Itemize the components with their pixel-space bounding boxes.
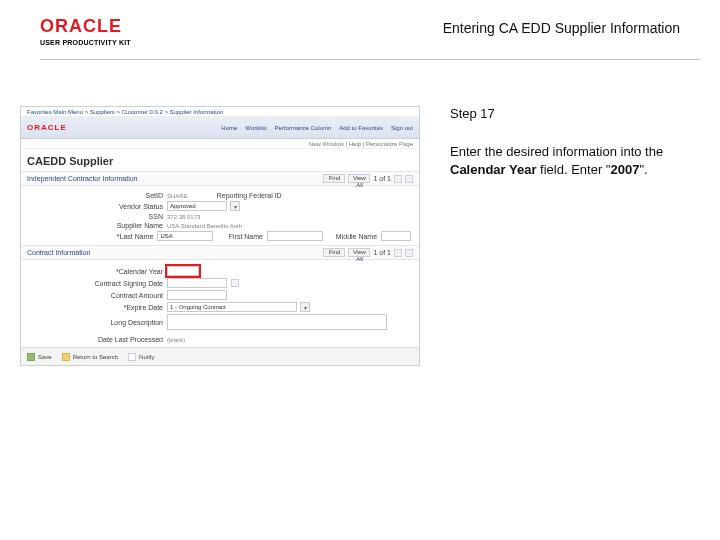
last-name-label: *Last Name xyxy=(45,233,153,240)
setid-label: SetID xyxy=(45,192,163,199)
return-icon xyxy=(62,353,70,361)
page-title: Entering CA EDD Supplier Information xyxy=(443,20,680,36)
instr-field-name: Calendar Year xyxy=(450,162,536,177)
nav-tab-worklist[interactable]: Worklist xyxy=(245,125,266,131)
nav-tabs: Home Worklist Performance Column Add to … xyxy=(221,125,413,131)
nav-tab-perf[interactable]: Performance Column xyxy=(275,125,332,131)
section1-form: SetID SHARE Reporting Federal ID Vendor … xyxy=(21,186,419,245)
calendar-icon[interactable] xyxy=(231,279,239,287)
signing-date-label: Contract Signing Date xyxy=(45,280,163,287)
supplier-name-label: Supplier Name xyxy=(45,222,163,229)
ssn-value: 372 38 0173 xyxy=(167,214,200,220)
instr-part-d: ". xyxy=(639,162,647,177)
calendar-year-label: *Calendar Year xyxy=(45,268,163,275)
nav-oracle-logo: ORACLE xyxy=(27,123,67,132)
notify-icon xyxy=(128,353,136,361)
screenshot-column: Favorites Main Menu > Suppliers > Custom… xyxy=(20,106,420,366)
signing-date-field[interactable] xyxy=(167,278,227,288)
instr-part-c: field. Enter " xyxy=(536,162,610,177)
section-contract-info: Contract Information Find View All 1 of … xyxy=(21,245,419,260)
step-label: Step 17 xyxy=(450,106,700,121)
instruction-column: Step 17 Enter the desired information in… xyxy=(420,106,700,178)
long-desc-field[interactable] xyxy=(167,314,387,330)
page-header: ORACLE USER PRODUCTIVITY KIT Entering CA… xyxy=(40,16,700,60)
section1-counter: 1 of 1 xyxy=(373,175,391,182)
calendar-year-field[interactable] xyxy=(167,266,199,276)
vendor-status-field[interactable]: Approved xyxy=(167,201,227,211)
personalize-link[interactable]: New Window | Help | Personalize Page xyxy=(309,141,413,147)
view-all-button-2[interactable]: View All xyxy=(348,248,370,257)
nav-tab-signout[interactable]: Sign out xyxy=(391,125,413,131)
contract-amount-label: Contract Amount xyxy=(45,292,163,299)
window-links: New Window | Help | Personalize Page xyxy=(21,139,419,149)
instr-part-a: Enter the desired information into the xyxy=(450,144,663,159)
section2-counter: 1 of 1 xyxy=(373,249,391,256)
section-independent-contractor: Independent Contractor Information Find … xyxy=(21,171,419,186)
save-icon xyxy=(27,353,35,361)
remove-row-icon-2[interactable] xyxy=(405,249,413,257)
expire-date-label: *Expire Date xyxy=(45,304,163,311)
oracle-logo: ORACLE USER PRODUCTIVITY KIT xyxy=(40,16,180,46)
add-row-icon[interactable] xyxy=(394,175,402,183)
section2-form: *Calendar Year Contract Signing Date Con… xyxy=(21,260,419,347)
last-name-field[interactable]: USA xyxy=(157,231,213,241)
logo-sub-text: USER PRODUCTIVITY KIT xyxy=(40,39,180,46)
view-all-button[interactable]: View All xyxy=(348,174,370,183)
chevron-down-icon[interactable]: ▾ xyxy=(230,201,240,211)
rfp-label: Reporting Federal ID xyxy=(192,192,282,199)
middle-name-label: Middle Name xyxy=(327,233,378,240)
instruction-text: Enter the desired information into the C… xyxy=(450,143,700,178)
setid-value: SHARE xyxy=(167,193,188,199)
expire-date-field[interactable]: 1 - Ongoing Contract xyxy=(167,302,297,312)
content-row: Favorites Main Menu > Suppliers > Custom… xyxy=(20,106,700,366)
contract-amount-field[interactable] xyxy=(167,290,227,300)
section2-label: Contract Information xyxy=(27,249,90,256)
chevron-down-icon-2[interactable]: ▾ xyxy=(300,302,310,312)
breadcrumb: Favorites Main Menu > Suppliers > Custom… xyxy=(27,109,223,115)
return-button[interactable]: Return to Search xyxy=(62,353,118,361)
app-screenshot: Favorites Main Menu > Suppliers > Custom… xyxy=(20,106,420,366)
vendor-status-label: Vendor Status xyxy=(45,203,163,210)
first-name-field[interactable] xyxy=(267,231,323,241)
long-desc-label: Long Description xyxy=(45,319,163,326)
save-button[interactable]: Save xyxy=(27,353,52,361)
logo-main-text: ORACLE xyxy=(40,16,180,37)
form-footer: Save Return to Search Notify xyxy=(21,347,419,365)
form-title: CAEDD Supplier xyxy=(21,149,419,171)
first-name-label: First Name xyxy=(217,233,263,240)
nav-bar: ORACLE Home Worklist Performance Column … xyxy=(21,117,419,139)
nav-tab-fav[interactable]: Add to Favorites xyxy=(339,125,383,131)
find-button[interactable]: Find xyxy=(323,174,345,183)
middle-name-field[interactable] xyxy=(381,231,411,241)
find-button-2[interactable]: Find xyxy=(323,248,345,257)
section1-label: Independent Contractor Information xyxy=(27,175,138,182)
date-last-processed-label: Date Last Processed xyxy=(45,336,163,343)
add-row-icon-2[interactable] xyxy=(394,249,402,257)
supplier-name-value: USA Standard Benefits Auth xyxy=(167,223,242,229)
ssn-label: SSN xyxy=(45,213,163,220)
nav-tab-home[interactable]: Home xyxy=(221,125,237,131)
notify-button[interactable]: Notify xyxy=(128,353,154,361)
instr-value: 2007 xyxy=(610,162,639,177)
remove-row-icon[interactable] xyxy=(405,175,413,183)
date-last-processed-value: (blank) xyxy=(167,337,185,343)
